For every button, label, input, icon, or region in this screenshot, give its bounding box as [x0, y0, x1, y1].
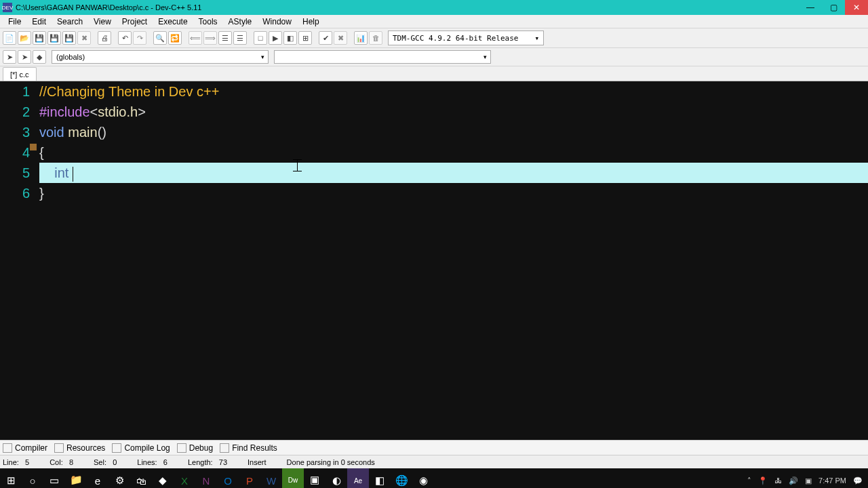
secondary-toolbar: ➤ ➤ ◆ (globals)	[0, 48, 868, 66]
menu-view[interactable]: View	[88, 17, 117, 26]
bookmark-icon[interactable]: ☰	[218, 31, 232, 45]
bookmark-toggle-icon[interactable]: ◆	[33, 50, 46, 64]
tab-compile-log[interactable]: Compile Log	[112, 443, 170, 453]
fold-marker-icon[interactable]	[30, 144, 37, 150]
menu-astyle[interactable]: AStyle	[223, 17, 258, 26]
close-file-icon[interactable]: ✖	[77, 31, 91, 45]
chrome-icon[interactable]: ◉	[412, 468, 434, 488]
status-line: Line: 5	[3, 458, 29, 466]
goto-back-icon[interactable]: ⟸	[189, 31, 202, 45]
maximize-button[interactable]: ▢	[822, 0, 845, 15]
member-selector[interactable]	[274, 50, 491, 64]
dreamweaver-icon[interactable]: Dw	[282, 468, 304, 488]
edge-icon[interactable]: e	[87, 468, 108, 488]
open-file-icon[interactable]: 📂	[18, 31, 31, 45]
tray-network-icon[interactable]: 🖧	[774, 476, 782, 485]
redo-icon[interactable]: ↷	[133, 31, 146, 45]
tray-clock[interactable]: 7:47 PM	[818, 476, 846, 485]
tray-battery-icon[interactable]: ▣	[805, 476, 812, 485]
tab-resources[interactable]: Resources	[54, 443, 105, 453]
menu-project[interactable]: Project	[117, 17, 153, 26]
trash-icon[interactable]: 🗑	[369, 31, 382, 45]
save-all-icon[interactable]: 💾	[47, 31, 61, 45]
outlook-icon[interactable]: O	[217, 468, 239, 488]
menu-tools[interactable]: Tools	[193, 17, 223, 26]
undo-icon[interactable]: ↶	[118, 31, 132, 45]
app-icon: DEV	[3, 3, 12, 12]
status-mode: Insert	[248, 458, 267, 466]
tray-volume-icon[interactable]: 🔊	[789, 476, 798, 485]
tab-compiler[interactable]: Compiler	[3, 443, 47, 453]
window-title: C:\Users\GAGAN PANWAR\Desktop\c.c - Dev-…	[16, 3, 799, 12]
menu-execute[interactable]: Execute	[153, 17, 193, 26]
compiler-selector[interactable]: TDM-GCC 4.9.2 64-bit Release	[388, 30, 544, 45]
menu-edit[interactable]: Edit	[26, 17, 52, 26]
goto-line-icon[interactable]: ☰	[233, 31, 247, 45]
stop-icon[interactable]: ✖	[334, 31, 347, 45]
close-button[interactable]: ✕	[845, 0, 868, 15]
status-col: Col: 8	[50, 458, 73, 466]
powerpoint-icon[interactable]: P	[239, 468, 260, 488]
run-icon[interactable]: ▶	[269, 31, 282, 45]
status-lines: Lines: 6	[137, 458, 167, 466]
app-1-icon[interactable]: ◆	[152, 468, 174, 488]
scope-selector[interactable]: (globals)	[52, 50, 269, 64]
output-tabbar: Compiler Resources Compile Log Debug Fin…	[0, 440, 868, 455]
save-as-icon[interactable]: 💾	[62, 31, 76, 45]
settings-icon[interactable]: ⚙	[108, 468, 130, 488]
menu-window[interactable]: Window	[257, 17, 297, 26]
tab-find-results[interactable]: Find Results	[220, 443, 277, 453]
menu-search[interactable]: Search	[52, 17, 88, 26]
store-icon[interactable]: 🛍	[130, 468, 152, 488]
menu-help[interactable]: Help	[297, 17, 325, 26]
task-view-icon[interactable]: ▭	[43, 468, 65, 488]
code-area[interactable]: //Changing Theme in Dev c++#include<stdi…	[39, 81, 868, 440]
goto-forward-icon[interactable]: ⟹	[203, 31, 217, 45]
status-sel: Sel: 0	[94, 458, 117, 466]
start-button[interactable]: ⊞	[0, 468, 22, 488]
main-toolbar: 📄 📂 💾 💾 💾 ✖ 🖨 ↶ ↷ 🔍 🔁 ⟸ ⟹ ☰ ☰ □ ▶ ◧ ⊞ ✔ …	[0, 28, 868, 48]
titlebar: DEV C:\Users\GAGAN PANWAR\Desktop\c.c - …	[0, 0, 868, 15]
compile-run-icon[interactable]: ◧	[283, 31, 297, 45]
menubar: File Edit Search View Project Execute To…	[0, 15, 868, 28]
file-tab[interactable]: [*] c.c	[3, 67, 37, 81]
word-icon[interactable]: W	[260, 468, 282, 488]
minimize-button[interactable]: —	[799, 0, 822, 15]
aftereffects-icon[interactable]: Ae	[347, 468, 369, 488]
status-message: Done parsing in 0 seconds	[287, 458, 375, 466]
tab-debug[interactable]: Debug	[177, 443, 213, 453]
system-tray: ˄ 📍 🖧 🔊 ▣ 7:47 PM 💬	[747, 476, 868, 485]
file-explorer-icon[interactable]: 📁	[65, 468, 87, 488]
line-gutter: 123456	[0, 81, 39, 440]
windows-taskbar: ⊞ ○ ▭ 📁 e ⚙ 🛍 ◆ X N O P W Dw ▣ ◐ Ae ◧ 🌐 …	[0, 468, 868, 488]
replace-icon[interactable]: 🔁	[168, 31, 182, 45]
file-tabbar: [*] c.c	[0, 66, 868, 81]
eclipse-icon[interactable]: ◐	[326, 468, 347, 488]
tray-location-icon[interactable]: 📍	[758, 476, 768, 485]
onenote-icon[interactable]: N	[195, 468, 217, 488]
profile-icon[interactable]: 📊	[354, 31, 368, 45]
devcpp-taskbar-icon[interactable]: ▣	[304, 468, 326, 488]
rebuild-icon[interactable]: ⊞	[298, 31, 312, 45]
insert-icon[interactable]: ➤	[18, 50, 31, 64]
status-length: Length: 73	[188, 458, 227, 466]
print-icon[interactable]: 🖨	[98, 31, 111, 45]
new-file-icon[interactable]: 📄	[3, 31, 16, 45]
menu-file[interactable]: File	[3, 17, 26, 26]
tray-chevron-icon[interactable]: ˄	[747, 476, 751, 485]
statusbar: Line: 5 Col: 8 Sel: 0 Lines: 6 Length: 7…	[0, 455, 868, 468]
cortana-icon[interactable]: ○	[22, 468, 43, 488]
compile-icon[interactable]: □	[254, 31, 267, 45]
debug-icon[interactable]: ✔	[319, 31, 332, 45]
save-icon[interactable]: 💾	[33, 31, 46, 45]
find-icon[interactable]: 🔍	[153, 31, 167, 45]
excel-icon[interactable]: X	[174, 468, 195, 488]
new-class-icon[interactable]: ➤	[3, 50, 16, 64]
app-2-icon[interactable]: ◧	[369, 468, 391, 488]
app-3-icon[interactable]: 🌐	[391, 468, 412, 488]
code-editor[interactable]: 123456 //Changing Theme in Dev c++#inclu…	[0, 81, 868, 440]
tray-notifications-icon[interactable]: 💬	[853, 476, 863, 485]
